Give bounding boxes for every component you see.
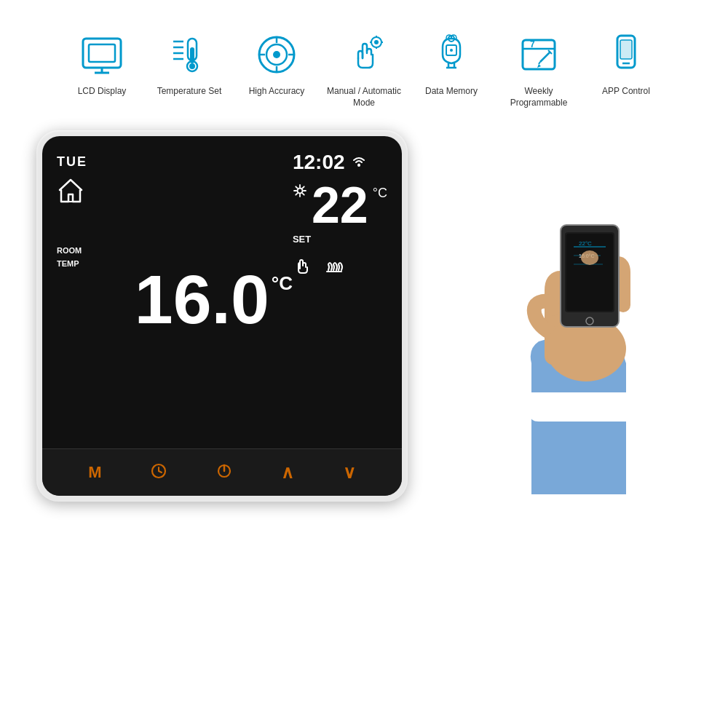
set-temp-value: 22 (312, 177, 368, 234)
wifi-icon (351, 154, 367, 171)
display-area: TUE ROOM TEMP (42, 136, 402, 448)
current-temp-unit: °C (272, 274, 293, 293)
gear-icon (293, 183, 307, 202)
svg-marker-42 (60, 180, 82, 202)
temperature-set-label: Temperature Set (157, 86, 222, 98)
feature-high-accuracy: High Accuracy (237, 29, 317, 98)
svg-line-35 (540, 52, 550, 62)
day-label: TUE (57, 154, 87, 170)
set-temp-unit: °C (373, 186, 387, 201)
svg-rect-1 (89, 44, 115, 62)
feature-data-memory: Data Memory (411, 29, 491, 98)
high-accuracy-label: High Accuracy (249, 86, 305, 98)
manual-auto-icon (339, 29, 389, 80)
main-content: TUE ROOM TEMP (0, 123, 728, 523)
svg-point-44 (357, 164, 360, 167)
time-display: 12:02 (293, 151, 345, 174)
manual-auto-label: Manual / Automatic Mode (324, 86, 404, 108)
svg-point-30 (450, 49, 453, 52)
button-clock[interactable] (150, 462, 167, 483)
feature-manual-auto: Manual / Automatic Mode (324, 29, 404, 108)
button-m[interactable]: M (88, 463, 101, 482)
svg-point-20 (374, 40, 379, 44)
svg-point-45 (297, 189, 302, 194)
thermostat-device: TUE ROOM TEMP (36, 130, 415, 509)
left-panel: TUE ROOM TEMP (57, 151, 135, 441)
svg-point-11 (189, 63, 195, 69)
temperature-set-icon (164, 29, 215, 80)
svg-text:7: 7 (530, 39, 535, 50)
feature-app-control: APP Control (586, 29, 666, 98)
set-label: SET (293, 234, 311, 245)
feature-lcd-display: LCD Display (62, 29, 142, 98)
svg-line-49 (159, 471, 162, 472)
svg-rect-10 (190, 47, 194, 63)
features-row: LCD Display Temperature Set (0, 0, 728, 123)
weekly-programmable-label: Weekly Programmable (499, 86, 579, 108)
phone-hand-svg: 22°C 16.0°C (466, 145, 670, 494)
svg-point-14 (273, 51, 280, 58)
app-control-label: APP Control (602, 86, 650, 98)
lcd-display-label: LCD Display (78, 86, 127, 98)
svg-text:22°C: 22°C (579, 240, 592, 247)
feature-weekly-programmable: 7 Weekly Programmable (499, 29, 579, 108)
svg-point-62 (581, 250, 598, 265)
current-temperature: 16.0 °C (135, 265, 293, 334)
time-row: 12:02 (293, 151, 367, 174)
thermostat-inner: TUE ROOM TEMP (42, 136, 402, 496)
lcd-display-icon (76, 29, 127, 80)
svg-rect-40 (620, 40, 632, 59)
buttons-row: M ∧ ∨ (42, 448, 402, 496)
right-panel: 12:02 (293, 151, 387, 441)
room-temp-label: ROOM TEMP (57, 246, 82, 268)
feature-temperature-set: Temperature Set (149, 29, 229, 98)
set-temperature-block: 22 (312, 180, 368, 231)
data-memory-icon (426, 29, 477, 80)
svg-line-36 (539, 62, 540, 64)
touch-icon (293, 254, 313, 277)
high-accuracy-icon (251, 29, 302, 80)
button-power[interactable] (215, 462, 233, 483)
data-memory-label: Data Memory (425, 86, 478, 98)
app-control-icon (601, 29, 652, 80)
heat-icon (324, 254, 344, 277)
button-down[interactable]: ∨ (343, 462, 356, 483)
thermostat-outer: TUE ROOM TEMP (36, 130, 408, 502)
svg-rect-43 (68, 194, 73, 202)
current-temp-value: 16.0 (135, 265, 269, 334)
phone-hand-area: 22°C 16.0°C (430, 130, 706, 494)
weekly-programmable-icon: 7 (513, 29, 564, 80)
button-up[interactable]: ∧ (281, 462, 294, 483)
house-icon (57, 177, 84, 210)
bottom-icons-right (293, 254, 344, 277)
